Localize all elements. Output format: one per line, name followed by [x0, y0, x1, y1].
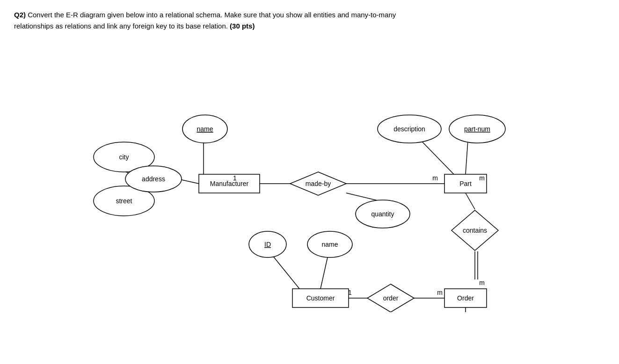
description-label: description	[393, 125, 425, 133]
quantity-label: quantity	[371, 210, 394, 218]
card-1-cust: 1	[348, 289, 352, 296]
page-content: Q2) Convert the E-R diagram given below …	[0, 0, 619, 321]
er-diagram-svg: city street address name description par…	[23, 41, 613, 312]
svg-line-15	[274, 257, 299, 289]
id-label: ID	[264, 241, 271, 248]
card-m-part-contains: m	[479, 174, 485, 182]
er-diagram: city street address name description par…	[23, 41, 613, 312]
svg-line-9	[466, 193, 475, 209]
q-label: Q2)	[14, 11, 28, 19]
card-m-order-contains: m	[479, 279, 485, 286]
svg-line-7	[466, 141, 468, 174]
cust-name-label: name	[321, 241, 338, 248]
made-by-label: made-by	[306, 180, 331, 187]
address-label: address	[142, 175, 165, 183]
customer-entity-label: Customer	[306, 294, 335, 302]
svg-line-16	[320, 257, 328, 289]
question-body: Convert the E-R diagram given below into…	[14, 11, 396, 30]
street-label: street	[116, 197, 132, 205]
city-label: city	[119, 153, 129, 161]
order-rel-label: order	[383, 294, 399, 302]
card-1-mfr: 1	[233, 174, 237, 182]
part-entity-label: Part	[459, 180, 472, 187]
question-points: (30 pts)	[230, 22, 255, 30]
contains-label: contains	[463, 227, 487, 234]
svg-line-6	[421, 141, 454, 174]
mfr-name-label: name	[197, 125, 213, 133]
order-entity-label: Order	[457, 294, 474, 302]
card-m-part: m	[432, 174, 438, 182]
question-text: Q2) Convert the E-R diagram given below …	[14, 9, 435, 32]
part-num-label: part-num	[464, 125, 490, 133]
manufacturer-entity-label: Manufacturer	[210, 180, 249, 187]
card-m-order: m	[437, 289, 443, 296]
